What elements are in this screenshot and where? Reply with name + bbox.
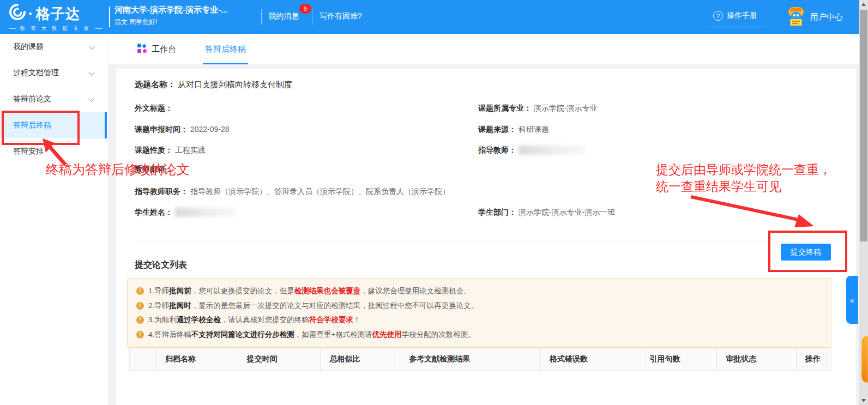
notice-item: ! 2.导师批阅时，显示的是您最后一次提交的论文与对应的检测结果，批阅过程中您不… <box>135 299 823 313</box>
notice-text: 4.答辩后终稿不支持对同篇论文进行分步检测，如需查重+格式检测请优先使用学校分配… <box>148 328 475 342</box>
foreign-title-label: 外文标题： <box>135 104 173 112</box>
dept-label: 学生部门： <box>478 208 516 216</box>
logo-text: 格子达 <box>36 4 80 23</box>
student-redacted-value <box>175 208 235 217</box>
warning-icon: ! <box>136 287 144 295</box>
annotation-note-sidebar: 终稿为答辩后修改的论文 <box>46 161 190 178</box>
duty-value: 指导教师（演示学院）、答辩录入员（演示学院）、院系负责人（演示学院） <box>190 187 450 196</box>
greeting-text: 温文 同学您好! <box>114 17 228 27</box>
apply-time-value: 2022-09-28 <box>190 125 230 134</box>
header-separator <box>261 9 262 25</box>
source-value: 科研课题 <box>519 125 549 134</box>
teacher-label: 指导教师： <box>478 146 516 154</box>
teacher-redacted-value <box>519 146 585 155</box>
manual-underline <box>709 27 764 27</box>
apply-time-label: 课题申报时间： <box>135 125 188 134</box>
topic-name-value: 从对口支援到横向转移支付制度 <box>178 80 292 89</box>
chevron-down-icon <box>88 95 94 101</box>
sidebar-item-pre-defense-paper[interactable]: 答辩前论文 <box>0 86 107 112</box>
major-value: 演示学院-演示专业 <box>534 104 598 112</box>
notice-item: ! 1.导师批阅前，您可以更换提交的论文，但是检测结果也会被覆盖，建议您合理使用… <box>135 284 823 299</box>
sidebar-item-my-topics[interactable]: 我的课题 <box>0 34 107 60</box>
sidebar-nav: 我的课题 过程文档管理 答辩前论文 答辩后终稿 答辩安排 <box>0 34 107 405</box>
paper-table-body-empty <box>129 371 831 401</box>
writing-help-button[interactable]: 写作有困难? <box>320 11 362 21</box>
dept-value: 演示学院-演示专业-演示一班 <box>519 208 615 216</box>
col-select <box>130 348 156 370</box>
duty-label: 指导教师职务： <box>135 187 188 196</box>
col-reference-check: 参考文献检测结果 <box>400 348 540 370</box>
topic-info-card: 选题名称： 从对口支援到横向转移支付制度 外文标题： 课题所属专业： 演示学院-… <box>116 69 856 405</box>
header-separator <box>312 9 312 25</box>
paper-table-header: 归档名称 提交时间 总相似比 参考文献检测结果 格式错误数 引用句数 审批状态 … <box>129 348 831 371</box>
notice-text: 2.导师批阅时，显示的是您最后一次提交的论文与对应的检测结果，批阅过程中您不可以… <box>148 299 478 313</box>
annotation-arrow-down-right <box>684 194 821 231</box>
scroll-down-arrow-icon[interactable] <box>861 399 866 402</box>
col-submit-time: 提交时间 <box>238 348 321 370</box>
collapse-panel-tab[interactable]: « <box>846 276 858 324</box>
tab-final-draft[interactable]: 答辩后终稿 <box>203 34 248 64</box>
annotation-note-submit: 提交后由导师或学院统一查重， 统一查重结果学生可见 <box>656 161 831 195</box>
chevron-down-icon <box>88 69 94 75</box>
paper-list-title: 提交论文列表 <box>135 259 187 271</box>
org-title: 河南大学-演示学院-演示专业-... <box>114 5 228 15</box>
tab-bar: 工作台 答辩后终稿 <box>108 34 859 64</box>
messages-badge: 9 <box>299 4 311 14</box>
col-approval-status: 审批状态 <box>716 348 796 370</box>
user-center-button[interactable]: 用户中心 <box>786 7 843 28</box>
my-messages-button[interactable]: 我的消息 9 <box>268 11 299 21</box>
app-logo[interactable]: · 格子达 教 育 大 数 据 专 家 <box>9 3 103 32</box>
notice-text: 3.为顺利通过学校全检，请认真核对您提交的终稿符合学校要求！ <box>148 313 360 328</box>
section-divider <box>135 241 838 241</box>
major-label: 课题所属专业： <box>478 104 532 112</box>
warning-icon: ! <box>136 302 144 310</box>
nature-value: 工程实践 <box>175 146 206 154</box>
header-divider <box>109 7 110 27</box>
col-citation-count: 引用句数 <box>641 348 717 370</box>
paper-table: 归档名称 提交时间 总相似比 参考文献检测结果 格式错误数 引用句数 审批状态 … <box>129 348 831 401</box>
notice-text: 1.导师批阅前，您可以更换提交的论文，但是检测结果也会被覆盖，建议您合理使用论文… <box>148 284 471 299</box>
logo-tagline: 教 育 大 数 据 专 家 <box>9 25 103 32</box>
manual-button[interactable]: ? 操作手册 <box>713 11 757 21</box>
logo-g-icon <box>9 3 26 25</box>
top-header: · 格子达 教 育 大 数 据 专 家 河南大学-演示学院-演示专业-... 温… <box>0 0 859 34</box>
org-block: 河南大学-演示学院-演示专业-... 温文 同学您好! <box>114 5 228 27</box>
warning-icon: ! <box>136 331 144 338</box>
tab-workbench[interactable]: 工作台 <box>137 34 176 64</box>
nature-label: 课题性质： <box>135 146 173 154</box>
user-center-label: 用户中心 <box>810 12 843 22</box>
topic-name-label: 选题名称： <box>135 80 176 89</box>
notice-item: ! 3.为顺利通过学校全检，请认真核对您提交的终稿符合学校要求！ <box>135 313 823 328</box>
workbench-grid-icon <box>137 44 147 55</box>
col-format-errors: 格式错误数 <box>540 348 641 370</box>
source-label: 课题来源： <box>478 125 516 134</box>
annotation-box-submit <box>768 231 847 272</box>
warning-icon: ! <box>136 316 144 324</box>
sidebar-item-process-docs[interactable]: 过程文档管理 <box>0 60 107 86</box>
notice-item: ! 4.答辩后终稿不支持对同篇论文进行分步检测，如需查重+格式检测请优先使用学校… <box>135 328 823 342</box>
question-circle-icon: ? <box>713 11 723 21</box>
floating-widget-partial[interactable] <box>861 336 868 383</box>
student-name-label: 学生姓名： <box>135 208 173 216</box>
scrollbar-thumb[interactable] <box>860 10 867 241</box>
scroll-up-arrow-icon[interactable] <box>861 3 866 6</box>
avatar <box>786 7 806 28</box>
logo-dot: · <box>28 5 34 22</box>
col-archive-name: 归档名称 <box>156 348 238 370</box>
col-similarity: 总相似比 <box>320 348 400 370</box>
col-actions: 操作 <box>796 348 831 370</box>
chevron-down-icon <box>88 43 94 49</box>
notice-box: ! 1.导师批阅前，您可以更换提交的论文，但是检测结果也会被覆盖，建议您合理使用… <box>127 278 831 348</box>
